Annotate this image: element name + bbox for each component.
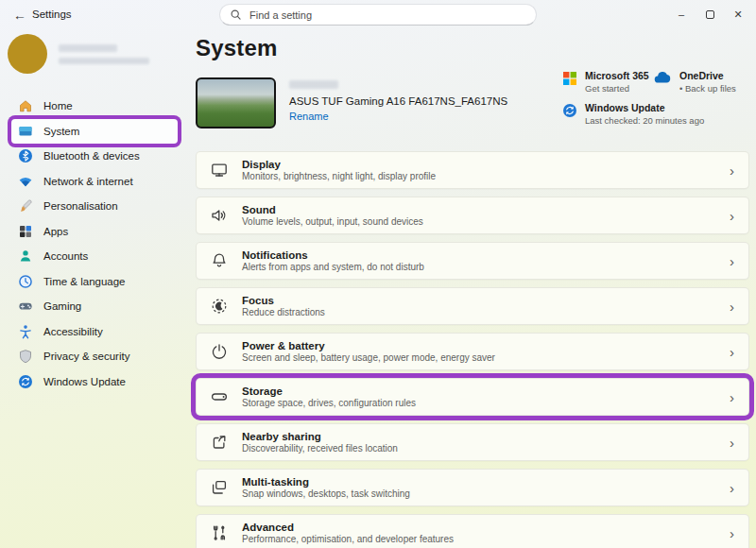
minimize-button[interactable]: – <box>667 4 696 25</box>
card-title: Power & battery <box>242 340 730 351</box>
sidebar-item-label: Time & language <box>43 276 126 287</box>
chevron-right-icon: › <box>730 209 734 223</box>
card-subtitle: Performance, optimisation, and developer… <box>242 534 730 544</box>
sidebar-item-time-language[interactable]: Time & language <box>11 269 178 295</box>
settings-card-multi-tasking[interactable]: Multi-tasking Snap windows, desktops, ta… <box>196 469 749 506</box>
card-text: Advanced Performance, optimisation, and … <box>242 522 730 545</box>
card-text: Notifications Alerts from apps and syste… <box>242 249 730 273</box>
sidebar-item-bluetooth-devices[interactable]: Bluetooth & devices <box>11 144 178 169</box>
display-icon <box>197 161 242 180</box>
system-icon <box>18 124 33 139</box>
avatar[interactable] <box>8 34 47 74</box>
time-language-icon <box>18 274 33 289</box>
device-wallpaper-thumbnail <box>196 77 276 128</box>
sidebar: Home System Bluetooth & devices Network … <box>0 30 189 548</box>
accessibility-icon <box>18 324 33 339</box>
sidebar-item-gaming[interactable]: Gaming <box>11 294 178 319</box>
user-email-redacted <box>59 58 149 64</box>
card-subtitle: Storage space, drives, configuration rul… <box>242 398 730 408</box>
settings-card-sound[interactable]: Sound Volume levels, output, input, soun… <box>196 197 749 234</box>
quick-link-subtitle: Get started <box>585 83 649 94</box>
quick-link-title: OneDrive <box>679 70 736 81</box>
search-box[interactable] <box>219 4 537 26</box>
device-info: ASUS TUF Gaming A16 FA617NS_FA617NS Rena… <box>289 77 507 130</box>
sidebar-nav: Home System Bluetooth & devices Network … <box>11 94 178 394</box>
sound-icon <box>197 206 242 225</box>
card-subtitle: Volume levels, output, input, sound devi… <box>242 216 730 227</box>
device-alias-redacted <box>289 80 338 89</box>
settings-card-power-battery[interactable]: Power & battery Screen and sleep, batter… <box>196 333 749 370</box>
device-header: ASUS TUF Gaming A16 FA617NS_FA617NS Rena… <box>196 77 749 130</box>
card-text: Multi-tasking Snap windows, desktops, ta… <box>242 476 730 500</box>
card-title: Advanced <box>242 522 730 533</box>
card-title: Nearby sharing <box>242 431 730 442</box>
settings-card-advanced[interactable]: Advanced Performance, optimisation, and … <box>196 514 749 548</box>
multitasking-icon <box>197 478 242 497</box>
back-button[interactable]: ← <box>8 6 32 25</box>
apps-icon <box>18 224 33 239</box>
chevron-right-icon: › <box>730 163 734 178</box>
sidebar-item-system-annotated[interactable]: System <box>11 119 178 145</box>
user-text <box>59 44 149 64</box>
sidebar-item-label: Home <box>43 100 73 111</box>
chevron-right-icon: › <box>730 481 734 495</box>
search-icon <box>230 9 242 21</box>
search-input[interactable] <box>249 9 526 21</box>
card-text: Power & battery Screen and sleep, batter… <box>242 340 730 364</box>
windows-update-icon <box>562 103 577 118</box>
quick-link-subtitle: • Back up files <box>679 83 736 94</box>
card-subtitle: Screen and sleep, battery usage, power m… <box>242 352 730 363</box>
sidebar-item-label: Bluetooth & devices <box>43 150 140 162</box>
chevron-right-icon: › <box>730 254 734 268</box>
rename-link[interactable]: Rename <box>289 111 329 122</box>
notifications-icon <box>197 251 242 270</box>
sidebar-item-personalisation[interactable]: Personalisation <box>11 194 178 219</box>
card-title: Storage <box>242 385 730 397</box>
card-text: Sound Volume levels, output, input, soun… <box>242 204 730 228</box>
settings-card-display[interactable]: Display Monitors, brightness, night ligh… <box>196 151 749 189</box>
chevron-right-icon: › <box>730 436 734 450</box>
sidebar-item-label: Network & internet <box>43 176 133 187</box>
card-text: Focus Reduce distractions <box>242 295 730 318</box>
sidebar-item-label: Privacy & security <box>43 351 129 362</box>
accounts-icon <box>18 248 33 264</box>
card-text: Nearby sharing Discoverability, received… <box>242 431 730 454</box>
main-panel: System ASUS TUF Gaming A16 FA617NS_FA617… <box>196 30 749 548</box>
sidebar-item-accessibility[interactable]: Accessibility <box>11 319 178 345</box>
settings-card-notifications[interactable]: Notifications Alerts from apps and syste… <box>196 242 749 280</box>
sidebar-item-label: Accessibility <box>43 326 103 337</box>
windows-update-icon <box>18 374 33 389</box>
card-subtitle: Discoverability, received files location <box>242 443 730 454</box>
card-title: Sound <box>242 204 730 215</box>
quick-link-text: Microsoft 365 Get started <box>585 70 649 94</box>
card-subtitle: Snap windows, desktops, task switching <box>242 488 730 499</box>
user-account-block[interactable] <box>8 34 178 74</box>
window-controls: – ✕ <box>667 4 752 25</box>
quick-link-microsoft-365[interactable]: Microsoft 365 Get started <box>562 70 653 94</box>
quick-link-onedrive[interactable]: OneDrive • Back up files <box>653 70 749 94</box>
maximize-button[interactable] <box>696 4 724 25</box>
quick-link-windows-update[interactable]: Windows Update Last checked: 20 minutes … <box>562 102 749 126</box>
home-icon <box>18 98 33 113</box>
sidebar-item-accounts[interactable]: Accounts <box>11 244 178 269</box>
sidebar-item-label: Windows Update <box>43 376 126 387</box>
settings-card-nearby-sharing[interactable]: Nearby sharing Discoverability, received… <box>196 423 749 461</box>
sidebar-item-home[interactable]: Home <box>11 94 178 119</box>
network-icon <box>18 174 33 189</box>
settings-card-list: Display Monitors, brightness, night ligh… <box>196 151 749 548</box>
sidebar-item-network-internet[interactable]: Network & internet <box>11 169 178 195</box>
sidebar-item-windows-update[interactable]: Windows Update <box>11 369 178 395</box>
close-button[interactable]: ✕ <box>724 4 752 25</box>
settings-card-focus[interactable]: Focus Reduce distractions › <box>196 287 749 325</box>
settings-card-storage[interactable]: Storage Storage space, drives, configura… <box>196 378 749 416</box>
chevron-right-icon: › <box>730 300 734 314</box>
storage-icon <box>197 387 242 406</box>
microsoft-365-icon <box>562 71 577 86</box>
sidebar-item-privacy-security[interactable]: Privacy & security <box>11 344 178 369</box>
focus-icon <box>197 297 242 316</box>
sidebar-item-label: Accounts <box>43 250 88 262</box>
sidebar-item-label: Apps <box>43 226 68 237</box>
sidebar-item-apps[interactable]: Apps <box>11 219 178 245</box>
power-icon <box>197 342 242 361</box>
quick-link-text: OneDrive • Back up files <box>679 70 736 94</box>
